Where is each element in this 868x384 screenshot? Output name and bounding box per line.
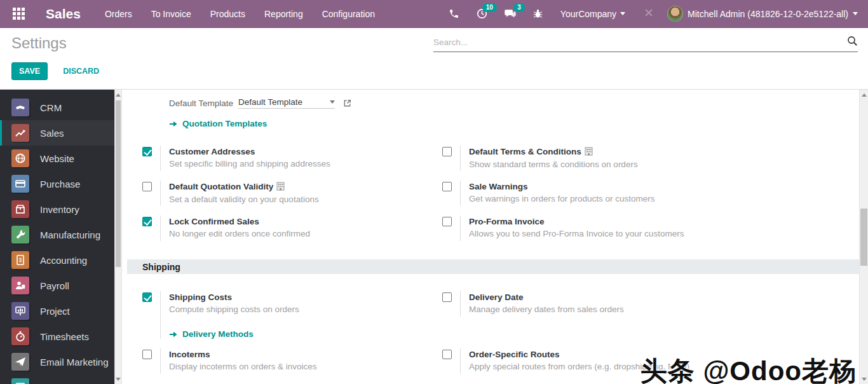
sidebar-item-timesheets[interactable]: Timesheets (0, 324, 114, 349)
settings-sidebar: CRM Sales Website Purchase Inventory Man… (0, 90, 114, 384)
sidebar-scrollbar[interactable] (114, 90, 122, 384)
setting-title: Sale Warnings (469, 182, 528, 191)
checkbox[interactable] (442, 182, 452, 191)
scrollbar-thumb[interactable] (860, 209, 867, 266)
action-buttons: SAVE DISCARD (11, 62, 99, 80)
setting-title: Lock Confirmed Sales (169, 217, 259, 226)
delivery-methods-link[interactable]: Delivery Methods (169, 329, 299, 339)
email-marketing-app-icon (11, 353, 29, 371)
setting-description: Set a default validity on your quotation… (169, 193, 319, 206)
setting-title: Order-Specific Routes (469, 350, 560, 359)
scroll-down-icon[interactable] (115, 375, 121, 383)
setting-incoterms: Incoterms Display incoterms on orders & … (142, 348, 442, 374)
sidebar-item-sales[interactable]: Sales (0, 120, 114, 146)
scrollbar-thumb[interactable] (116, 100, 121, 267)
sidebar-item-label: Project (40, 306, 70, 317)
app-brand[interactable]: Sales (46, 6, 81, 22)
apps-menu-icon[interactable] (13, 8, 25, 20)
enterprise-upgrade-icon (276, 182, 285, 193)
sales-app-icon (11, 124, 29, 142)
menu-configuration[interactable]: Configuration (322, 9, 375, 19)
sidebar-item-purchase[interactable]: Purchase (0, 171, 114, 196)
checkbox[interactable] (442, 292, 452, 302)
messages-icon[interactable]: 3 (499, 4, 521, 24)
sidebar-item-label: Inventory (40, 204, 79, 215)
chevron-down-icon (620, 12, 625, 15)
setting-title: Incoterms (169, 350, 210, 359)
sidebar-item-website[interactable]: Website (0, 146, 114, 171)
user-menu[interactable]: Mitchell Admin (481826-12-0-2e5122-all) (667, 6, 858, 22)
enterprise-upgrade-icon (585, 147, 593, 158)
save-button[interactable]: SAVE (11, 62, 48, 80)
activity-count-badge: 10 (482, 3, 497, 12)
user-name: Mitchell Admin (481826-12-0-2e5122-all) (688, 9, 848, 19)
setting-description: Compute shipping costs on orders (169, 303, 299, 316)
default-template-row: Default Template Default Template (169, 97, 859, 109)
search-input[interactable] (433, 38, 847, 47)
setting-title: Customer Addresses (169, 147, 255, 156)
scroll-down-icon[interactable] (860, 375, 868, 383)
menu-to-invoice[interactable]: To Invoice (151, 9, 191, 19)
setting-description: Show standard terms & conditions on orde… (469, 158, 638, 171)
sidebar-item-accounting[interactable]: $ Accounting (0, 247, 114, 273)
checkbox[interactable] (442, 147, 452, 156)
setting-description: Get warnings in orders for products or c… (469, 193, 655, 205)
sidebar-item-events[interactable]: Events (0, 374, 114, 384)
setting-title: Pro-Forma Invoice (469, 217, 545, 226)
menu-orders[interactable]: Orders (105, 9, 132, 19)
content-scrollbar[interactable] (859, 90, 868, 384)
sidebar-item-label: Events (40, 382, 69, 384)
sidebar-item-payroll[interactable]: Payroll (0, 273, 114, 298)
project-app-icon (11, 302, 29, 320)
sidebar-item-email-marketing[interactable]: Email Marketing (0, 349, 114, 374)
activities-clock-icon[interactable]: 10 (471, 4, 493, 24)
sidebar-item-crm[interactable]: CRM (0, 95, 114, 120)
checkbox[interactable] (442, 350, 452, 359)
page-title: Settings (11, 34, 67, 52)
discard-button[interactable]: DISCARD (63, 67, 99, 76)
checkbox[interactable] (142, 182, 152, 191)
checkbox[interactable] (142, 217, 152, 226)
company-name: YourCompany (560, 9, 616, 19)
sidebar-item-label: CRM (40, 102, 62, 113)
setting-title: Default Quotation Validity (169, 182, 273, 191)
checkbox[interactable] (442, 217, 452, 226)
options-grid: Customer Addresses Set specific billing … (142, 146, 859, 241)
checkbox[interactable] (142, 292, 152, 302)
setting-title: Default Terms & Conditions (469, 147, 581, 156)
checkbox[interactable] (142, 350, 152, 359)
bug-icon[interactable] (527, 4, 549, 24)
sidebar-item-project[interactable]: Project (0, 298, 114, 324)
search-icon[interactable] (847, 36, 858, 49)
phone-icon[interactable] (444, 4, 465, 24)
purchase-app-icon (11, 175, 29, 193)
section-title: Shipping (142, 262, 180, 272)
setting-lock-confirmed-sales: Lock Confirmed Sales No longer edit orde… (142, 216, 442, 241)
message-count-badge: 3 (513, 3, 525, 12)
sidebar-item-manufacturing[interactable]: Manufacturing (0, 222, 114, 247)
checkbox[interactable] (142, 147, 152, 156)
setting-default-quotation-validity: Default Quotation Validity Set a default… (142, 181, 442, 206)
setting-description: Manage delivery dates from sales orders (469, 303, 624, 316)
disabled-tools-icon[interactable] (643, 7, 654, 21)
menu-reporting[interactable]: Reporting (264, 9, 303, 19)
menu-products[interactable]: Products (210, 9, 245, 19)
top-navbar: Sales Orders To Invoice Products Reporti… (0, 0, 868, 28)
search-bar (433, 36, 858, 52)
navbar-right: 10 3 YourCompany Mitchell Admin (481826-… (444, 4, 858, 24)
setting-description: Display incoterms on orders & invoices (169, 360, 317, 373)
company-switcher[interactable]: YourCompany (560, 9, 625, 19)
scroll-up-icon[interactable] (115, 91, 121, 99)
sidebar-item-inventory[interactable]: Inventory (0, 196, 114, 222)
setting-customer-addresses: Customer Addresses Set specific billing … (142, 146, 442, 171)
chevron-down-icon (853, 12, 858, 15)
setting-pro-forma-invoice: Pro-Forma Invoice Allows you to send Pro… (442, 216, 742, 241)
accounting-app-icon: $ (11, 251, 29, 269)
default-template-select[interactable]: Default Template (238, 97, 335, 109)
watermark-text: 头条 @Odoo老杨 (641, 353, 857, 384)
payroll-app-icon (11, 277, 29, 294)
settings-content: Default Template Default Template Quotat… (122, 90, 859, 384)
quotation-templates-link[interactable]: Quotation Templates (169, 119, 859, 128)
external-link-icon[interactable] (342, 99, 352, 108)
scroll-up-icon[interactable] (860, 91, 868, 99)
